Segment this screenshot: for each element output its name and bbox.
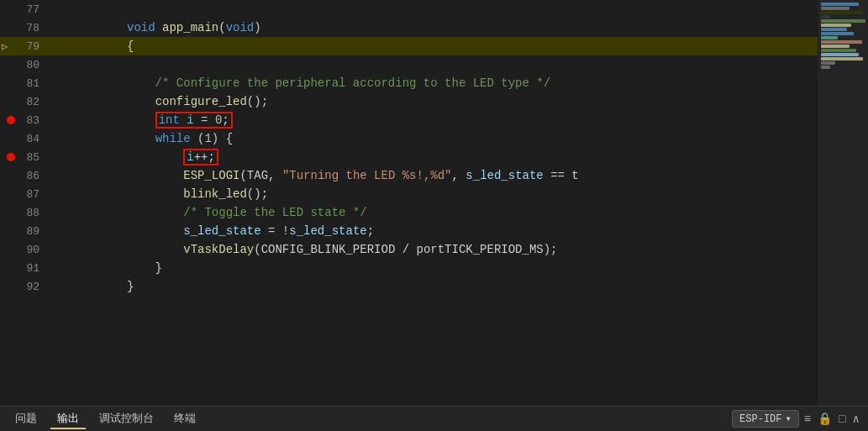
editor-area: 77 78 void app_main(void) ▷ 79 xyxy=(0,0,868,406)
gutter-82: 82 xyxy=(0,96,46,108)
gutter-80: 80 xyxy=(0,59,46,71)
gutter-78: 78 xyxy=(0,22,46,34)
code-line-79: ▷ 79 { xyxy=(0,37,868,55)
mini-line xyxy=(821,66,830,69)
gutter-92: 92 xyxy=(0,281,46,293)
code-line-92: 92 } xyxy=(0,277,868,296)
gutter-89: 89 xyxy=(0,225,46,238)
list-icon[interactable]: ≡ xyxy=(804,413,811,426)
gutter-86: 86 xyxy=(0,170,46,182)
esp-idf-select[interactable]: ESP-IDF ▾ xyxy=(732,410,799,428)
gutter-91: 91 xyxy=(0,262,46,275)
gutter-87: 87 xyxy=(0,188,46,201)
gutter-79: ▷ 79 xyxy=(0,40,46,53)
breakpoint-85 xyxy=(7,153,15,161)
tab-problems[interactable]: 问题 xyxy=(8,409,44,429)
code-lines: 77 78 void app_main(void) ▷ 79 xyxy=(0,0,868,296)
code-container: 77 78 void app_main(void) ▷ 79 xyxy=(0,0,868,406)
tab-debug-console[interactable]: 调试控制台 xyxy=(92,409,160,429)
breakpoint-83 xyxy=(7,116,15,124)
mini-line xyxy=(821,36,838,39)
chevron-down-icon: ▾ xyxy=(786,413,792,425)
gutter-83: 83 xyxy=(0,114,46,127)
line-content-92: } xyxy=(46,259,868,314)
debug-arrow-icon: ▷ xyxy=(2,40,8,53)
mini-line xyxy=(821,3,859,6)
minimap xyxy=(818,0,868,406)
mini-line xyxy=(821,61,835,65)
chevron-up-icon[interactable]: ∧ xyxy=(853,412,860,426)
gutter-88: 88 xyxy=(0,207,46,219)
mini-line xyxy=(821,49,856,52)
mini-line xyxy=(821,45,850,48)
gutter-85: 85 xyxy=(0,151,46,164)
status-icons: ≡ 🔒 □ ∧ xyxy=(804,412,860,426)
tab-output[interactable]: 输出 xyxy=(50,409,86,429)
mini-line xyxy=(821,32,854,35)
gutter-90: 90 xyxy=(0,244,46,256)
gutter-81: 81 xyxy=(0,77,46,90)
status-right: ESP-IDF ▾ ≡ 🔒 □ ∧ xyxy=(732,410,860,428)
status-bar: 问题 输出 调试控制台 终端 ESP-IDF ▾ ≡ 🔒 □ ∧ xyxy=(0,406,868,431)
mini-line xyxy=(821,57,863,60)
gutter-84: 84 xyxy=(0,133,46,145)
lock-icon[interactable]: 🔒 xyxy=(818,412,832,426)
mini-line xyxy=(821,53,859,56)
mini-line xyxy=(821,19,865,23)
mini-line xyxy=(821,24,851,27)
gutter-77: 77 xyxy=(0,3,46,16)
mini-line xyxy=(821,28,847,31)
minimap-content xyxy=(818,0,868,71)
mini-line xyxy=(821,15,830,18)
mini-line xyxy=(821,11,863,14)
tab-terminal[interactable]: 终端 xyxy=(167,409,203,429)
maximize-icon[interactable]: □ xyxy=(839,413,845,426)
esp-idf-label: ESP-IDF xyxy=(739,413,781,425)
mini-line xyxy=(821,7,850,10)
mini-line xyxy=(821,40,862,44)
